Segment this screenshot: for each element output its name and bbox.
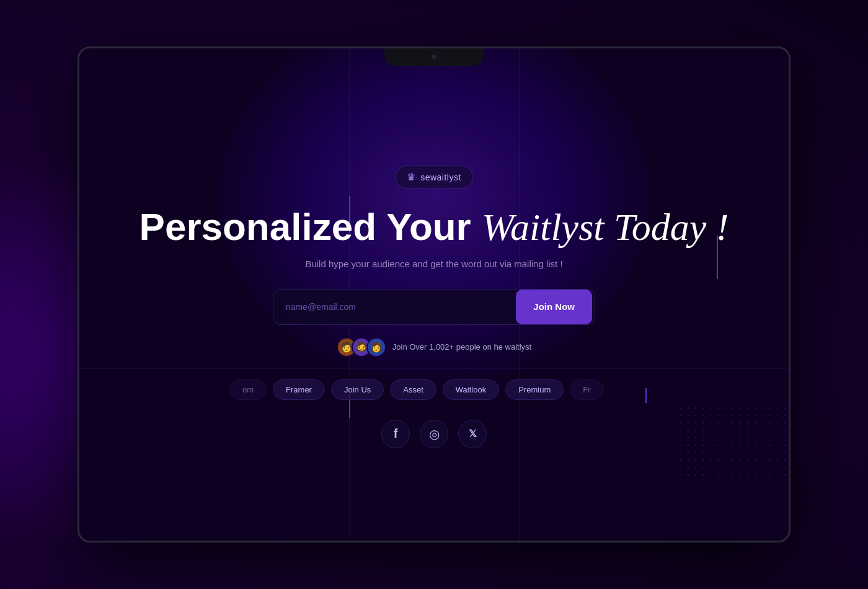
tag-asset[interactable]: Asset xyxy=(390,379,436,400)
tag-premium[interactable]: Premium xyxy=(505,379,564,400)
email-form: Join Now xyxy=(273,289,595,325)
outer-background: ♛ sewaitlyst Personalized Your Waitlyst … xyxy=(0,0,868,589)
avatars-row: 🧑 🧔 👩 Join Over 1,002+ people on he wait… xyxy=(337,337,531,357)
tag-join-us[interactable]: Join Us xyxy=(331,379,384,400)
screen: ♛ sewaitlyst Personalized Your Waitlyst … xyxy=(79,48,789,541)
waitlist-count: Join Over 1,002+ people on he waitlyst xyxy=(392,342,531,352)
facebook-icon: f xyxy=(394,427,398,441)
email-input[interactable] xyxy=(273,290,513,324)
avatar-face-3: 👩 xyxy=(368,339,385,356)
camera-dot xyxy=(432,55,436,60)
brand-icon: ♛ xyxy=(407,171,415,183)
brand-name: sewaitlyst xyxy=(420,172,461,182)
tag-om[interactable]: om xyxy=(229,379,267,400)
social-row: f ◎ 𝕏 xyxy=(381,420,487,448)
page-headline: Personalized Your Waitlyst Today ! xyxy=(140,206,729,248)
laptop-frame: ♛ sewaitlyst Personalized Your Waitlyst … xyxy=(78,46,790,542)
headline-part1: Personalized Your xyxy=(140,205,482,248)
instagram-icon: ◎ xyxy=(429,427,440,441)
tag-framer[interactable]: Framer xyxy=(273,379,325,400)
page-subtext: Build hype your audience and get the wor… xyxy=(305,259,562,269)
tag-fr[interactable]: Fr xyxy=(570,379,603,400)
join-button[interactable]: Join Now xyxy=(516,290,592,324)
instagram-button[interactable]: ◎ xyxy=(420,420,448,448)
avatar-stack: 🧑 🧔 👩 xyxy=(337,337,386,357)
headline-part2: Waitlyst Today ! xyxy=(482,206,728,248)
brand-badge: ♛ sewaitlyst xyxy=(395,166,473,188)
avatar-3: 👩 xyxy=(366,337,386,357)
laptop-notch xyxy=(384,48,484,66)
tag-waitlook[interactable]: Waitlook xyxy=(443,379,499,400)
main-content: ♛ sewaitlyst Personalized Your Waitlyst … xyxy=(140,166,729,448)
tags-row: om Framer Join Us Asset Waitlook Premium… xyxy=(229,379,639,400)
twitter-button[interactable]: 𝕏 xyxy=(458,420,487,448)
twitter-icon: 𝕏 xyxy=(469,428,477,440)
facebook-button[interactable]: f xyxy=(381,420,410,448)
